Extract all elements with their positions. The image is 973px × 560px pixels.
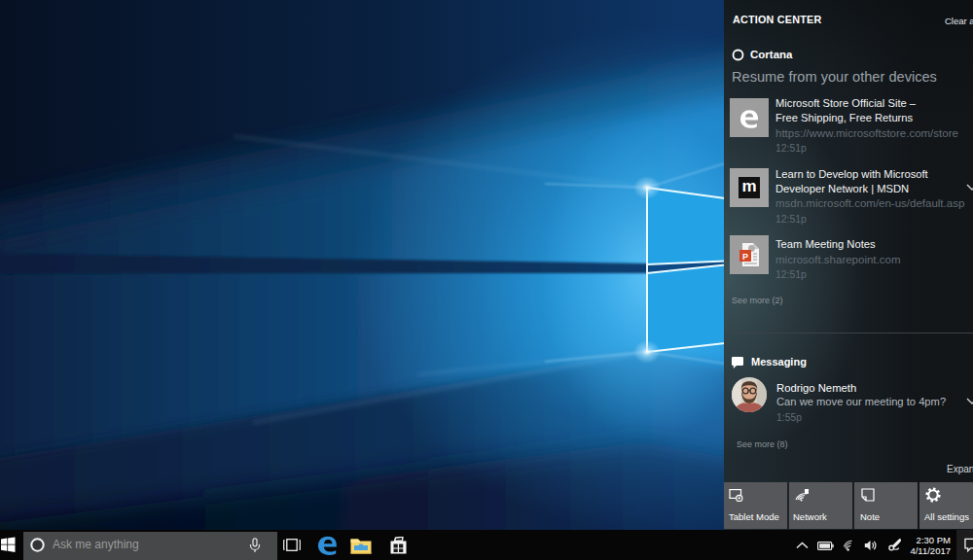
svg-text:P: P xyxy=(742,252,748,262)
